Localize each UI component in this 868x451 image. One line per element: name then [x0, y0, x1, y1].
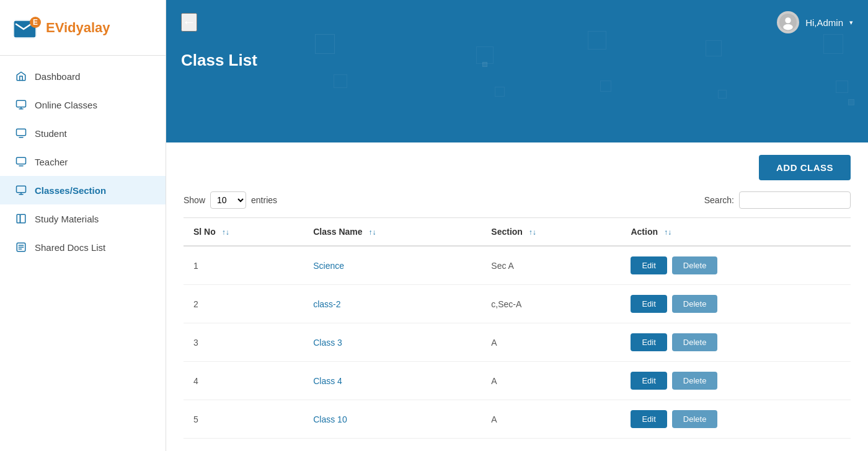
col-header-action: Action ↑↓: [621, 218, 851, 247]
cell-action-1: Edit Delete: [621, 285, 851, 323]
topbar: ← Hi,Admin ▾ Class List: [166, 0, 868, 142]
content-header: ADD CLASS: [184, 155, 851, 180]
sidebar-item-classes-section-label: Classes/Section: [35, 185, 106, 196]
cell-class-name-3: Class 4: [303, 362, 481, 400]
sidebar-item-online-classes-label: Online Classes: [35, 100, 97, 110]
delete-button-2[interactable]: Delete: [672, 333, 718, 351]
sidebar-item-student[interactable]: Student: [0, 119, 166, 147]
home-icon: [15, 70, 27, 82]
sidebar-item-shared-docs-label: Shared Docs List: [35, 242, 105, 253]
classes-icon: [15, 184, 27, 196]
logo-icon: E: [12, 15, 43, 40]
chevron-down-icon: ▾: [849, 19, 853, 27]
data-table: Sl No ↑↓ Class Name ↑↓ Section ↑↓ Action…: [184, 217, 851, 439]
table-row: 1 Science Sec A Edit Delete: [184, 246, 851, 285]
sidebar: E EVidyalay Dashboard Online Classes Stu…: [0, 0, 166, 451]
delete-button-4[interactable]: Delete: [672, 410, 718, 428]
cell-action-3: Edit Delete: [621, 362, 851, 400]
sidebar-item-dashboard[interactable]: Dashboard: [0, 62, 166, 90]
cell-sl-0: 1: [184, 246, 303, 285]
svg-rect-9: [17, 157, 26, 164]
cell-sl-2: 3: [184, 323, 303, 362]
monitor-icon: [15, 99, 27, 111]
book-icon: [15, 212, 27, 225]
svg-rect-15: [20, 214, 25, 223]
delete-button-0[interactable]: Delete: [672, 256, 718, 274]
table-row: 5 Class 10 A Edit Delete: [184, 400, 851, 439]
search-area: Search:: [704, 191, 851, 209]
topbar-nav: ← Hi,Admin ▾: [181, 11, 853, 33]
cell-section-2: A: [481, 323, 621, 362]
sidebar-item-teacher-label: Teacher: [35, 157, 68, 167]
page-title: Class List: [181, 51, 853, 70]
svg-rect-11: [17, 186, 26, 193]
sort-icon-class[interactable]: ↑↓: [368, 228, 376, 237]
sidebar-item-student-label: Student: [35, 128, 67, 139]
svg-rect-7: [17, 129, 26, 136]
main-content: ← Hi,Admin ▾ Class List ADD CLASS Show 1…: [166, 0, 868, 451]
sidebar-item-classes-section[interactable]: Classes/Section: [0, 176, 166, 204]
student-icon: [15, 127, 27, 139]
edit-button-4[interactable]: Edit: [631, 410, 666, 428]
table-body: 1 Science Sec A Edit Delete 2 class-2 c,…: [184, 246, 851, 439]
add-class-button[interactable]: ADD CLASS: [759, 155, 851, 180]
cell-class-name-4: Class 10: [303, 400, 481, 439]
cell-section-3: A: [481, 362, 621, 400]
logo-container: E EVidyalay: [0, 0, 166, 56]
cell-class-name-1: class-2: [303, 285, 481, 323]
entries-label: entries: [251, 195, 277, 205]
table-controls: Show 10 25 50 100 entries Search:: [184, 191, 851, 209]
sidebar-item-dashboard-label: Dashboard: [35, 71, 80, 82]
logo-text: EVidyalay: [46, 20, 110, 36]
sort-icon-section[interactable]: ↑↓: [529, 228, 536, 237]
delete-button-1[interactable]: Delete: [672, 295, 718, 313]
cell-class-name-2: Class 3: [303, 323, 481, 362]
edit-button-3[interactable]: Edit: [631, 372, 666, 390]
sidebar-item-shared-docs[interactable]: Shared Docs List: [0, 233, 166, 261]
docs-icon: [15, 241, 27, 253]
sidebar-item-teacher[interactable]: Teacher: [0, 147, 166, 176]
svg-text:E: E: [33, 18, 38, 27]
search-input[interactable]: [739, 191, 851, 209]
show-label: Show: [184, 195, 205, 205]
table-row: 2 class-2 c,Sec-A Edit Delete: [184, 285, 851, 323]
content-area: ADD CLASS Show 10 25 50 100 entries Sear…: [166, 142, 868, 451]
teacher-icon: [15, 155, 27, 168]
cell-sl-1: 2: [184, 285, 303, 323]
user-label: Hi,Admin: [805, 17, 843, 28]
logo-e: E: [46, 20, 55, 35]
cell-class-name-0: Science: [303, 246, 481, 285]
edit-button-0[interactable]: Edit: [631, 256, 666, 274]
edit-button-1[interactable]: Edit: [631, 295, 666, 313]
sort-icon-sl[interactable]: ↑↓: [222, 228, 229, 237]
table-row: 3 Class 3 A Edit Delete: [184, 323, 851, 362]
entries-select[interactable]: 10 25 50 100: [210, 191, 246, 209]
sidebar-item-online-classes[interactable]: Online Classes: [0, 90, 166, 119]
cell-section-0: Sec A: [481, 246, 621, 285]
user-info[interactable]: Hi,Admin ▾: [777, 11, 853, 33]
delete-button-3[interactable]: Delete: [672, 372, 718, 390]
avatar: [777, 11, 799, 33]
svg-rect-4: [17, 100, 26, 107]
cell-action-2: Edit Delete: [621, 323, 851, 362]
sidebar-item-study-materials[interactable]: Study Materials: [0, 204, 166, 233]
col-header-class-name: Class Name ↑↓: [303, 218, 481, 247]
svg-point-22: [783, 24, 793, 30]
cell-action-4: Edit Delete: [621, 400, 851, 439]
svg-point-21: [785, 17, 790, 23]
cell-section-1: c,Sec-A: [481, 285, 621, 323]
cell-action-0: Edit Delete: [621, 246, 851, 285]
back-button[interactable]: ←: [181, 13, 197, 32]
edit-button-2[interactable]: Edit: [631, 333, 666, 351]
table-row: 4 Class 4 A Edit Delete: [184, 362, 851, 400]
cell-sl-4: 5: [184, 400, 303, 439]
sort-icon-action[interactable]: ↑↓: [664, 228, 671, 237]
table-header-row: Sl No ↑↓ Class Name ↑↓ Section ↑↓ Action…: [184, 218, 851, 247]
sidebar-item-study-materials-label: Study Materials: [35, 214, 99, 224]
cell-sl-3: 4: [184, 362, 303, 400]
col-header-sl-no: Sl No ↑↓: [184, 218, 303, 247]
col-header-section: Section ↑↓: [481, 218, 621, 247]
search-label: Search:: [704, 195, 734, 205]
show-entries: Show 10 25 50 100 entries: [184, 191, 277, 209]
sidebar-nav: Dashboard Online Classes Student Teacher: [0, 56, 166, 451]
